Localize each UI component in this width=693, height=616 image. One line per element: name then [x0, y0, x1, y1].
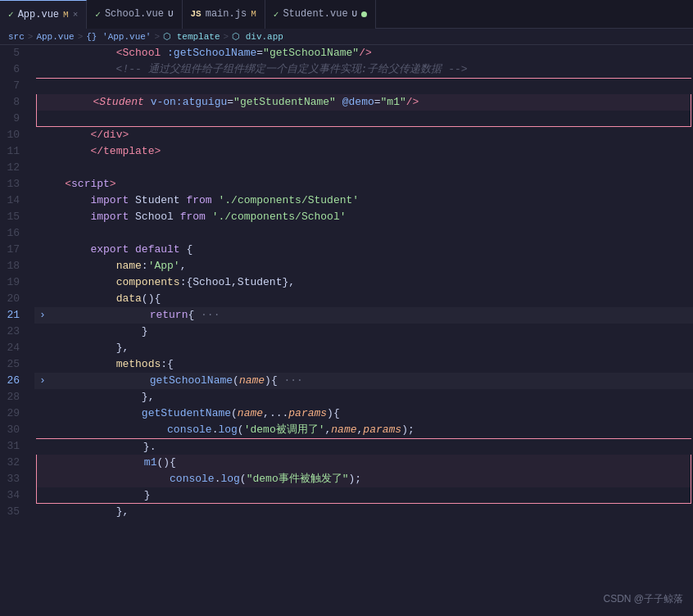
code-line-8: <Student v-on:atguigu="getStudentName" @…	[36, 94, 691, 111]
code-line-28: },	[34, 389, 693, 405]
tab-main-js[interactable]: JS main.js M	[183, 0, 265, 29]
code-line-16	[34, 225, 693, 242]
code-line-21: › return{ ···	[34, 307, 693, 324]
vue-icon: ✓	[274, 9, 279, 20]
code-lines: <School :getSchoolName="getSchoolName"/>…	[34, 45, 693, 612]
code-line-13: <script>	[34, 176, 693, 192]
code-line-12	[34, 160, 693, 176]
breadcrumb-src: src	[8, 32, 25, 42]
code-line-32: m1(){	[36, 455, 691, 471]
tab-label: main.js	[206, 8, 247, 20]
code-line-6: <!-- 通过父组件给子组件绑定一个自定义事件实现:子给父传递数据 -->	[34, 61, 693, 78]
tab-untracked-indicator: U	[352, 9, 358, 19]
tab-label: App.vue	[18, 9, 59, 20]
code-line-33: console.log("demo事件被触发了");	[36, 471, 691, 487]
code-line-30: console.log('demo被调用了',name,params);	[34, 422, 693, 438]
code-line-10: </div>	[34, 127, 693, 143]
code-line-19: components:{School,Student},	[34, 274, 693, 291]
code-line-24: },	[34, 340, 693, 356]
tab-dot	[361, 11, 367, 17]
js-icon: JS	[191, 9, 202, 19]
code-editor: 5 6 7 8 9 10 11 12 13 14 15 16 17 18 19 …	[0, 45, 693, 612]
code-line-14: import Student from './components/Studen…	[34, 192, 693, 209]
breadcrumb-template: ⬡ template	[163, 31, 220, 42]
code-line-5: <School :getSchoolName="getSchoolName"/>	[34, 45, 693, 61]
watermark: CSDN @子子鲸落	[603, 592, 683, 606]
breadcrumb-scope: {} 'App.vue'	[86, 32, 151, 42]
line-numbers: 5 6 7 8 9 10 11 12 13 14 15 16 17 18 19 …	[0, 45, 34, 612]
code-line-17: export default {	[34, 242, 693, 258]
breadcrumb: src > App.vue > {} 'App.vue' > ⬡ templat…	[0, 29, 693, 45]
code-line-26: › getSchoolName(name){ ···	[34, 373, 693, 389]
breadcrumb-div: ⬡ div.app	[232, 31, 283, 42]
code-line-20: data(){	[34, 291, 693, 307]
code-line-35: },	[34, 504, 693, 520]
tab-modified-indicator: M	[251, 9, 256, 19]
code-line-29: getStudentName(name,...params){	[34, 405, 693, 422]
tab-label: Student.vue	[283, 8, 347, 20]
tab-app-vue[interactable]: ✓ App.vue M ×	[0, 0, 87, 29]
code-line-23: }	[34, 324, 693, 340]
code-line-18: name:'App',	[34, 258, 693, 274]
tab-school-vue[interactable]: ✓ School.vue U	[87, 0, 182, 29]
code-line-7	[36, 78, 691, 94]
vue-icon: ✓	[8, 9, 14, 20]
code-line-11: </template>	[34, 143, 693, 160]
code-line-15: import School from './components/School'	[34, 209, 693, 225]
code-area: 5 6 7 8 9 10 11 12 13 14 15 16 17 18 19 …	[0, 45, 693, 612]
code-line-25: methods:{	[34, 356, 693, 373]
vue-icon: ✓	[95, 9, 101, 20]
tab-close-button[interactable]: ×	[73, 10, 79, 20]
code-line-34: }	[36, 487, 691, 504]
breadcrumb-file: App.vue	[36, 32, 74, 42]
tab-label: School.vue	[105, 8, 164, 20]
tab-student-vue[interactable]: ✓ Student.vue U	[265, 0, 376, 29]
tab-bar: ✓ App.vue M × ✓ School.vue U JS main.js …	[0, 0, 693, 29]
code-line-31: }.	[36, 438, 691, 455]
tab-modified-indicator: M	[63, 10, 69, 20]
tab-untracked-indicator: U	[168, 9, 174, 19]
code-line-9	[36, 111, 691, 127]
